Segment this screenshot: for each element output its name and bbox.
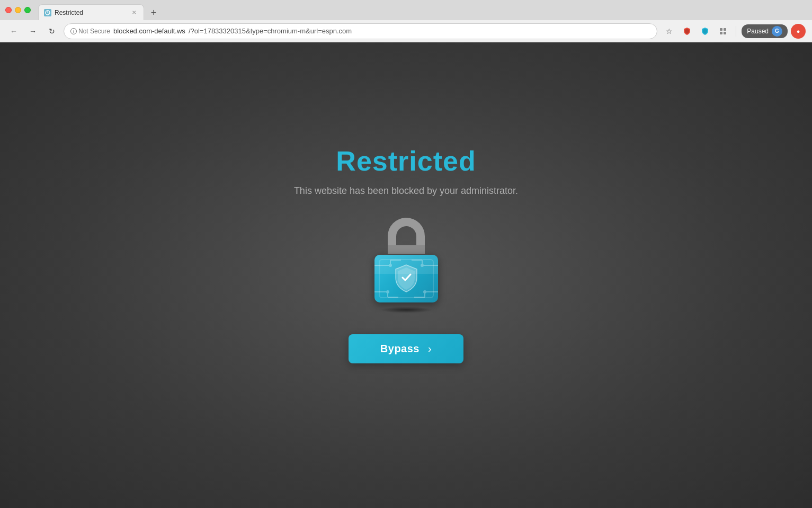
svg-rect-4 [724, 28, 726, 31]
paused-label: Paused [747, 28, 769, 35]
extension-icon-3[interactable] [716, 24, 730, 39]
url-path: /?ol=17833320315&type=chromium-m&url=esp… [189, 27, 352, 35]
nav-right-controls: ☆ [662, 24, 806, 39]
back-button[interactable]: ← [6, 24, 21, 39]
active-tab[interactable]: Restricted ✕ [38, 4, 144, 20]
browser-frame: Restricted ✕ + ← → ↻ i Not Secure [0, 0, 812, 508]
not-secure-icon: i [70, 28, 77, 34]
address-bar[interactable]: i Not Secure blocked.com-default.ws /?ol… [64, 23, 657, 39]
url-domain: blocked.com-default.ws [113, 27, 185, 35]
title-bar: Restricted ✕ + [0, 0, 812, 20]
svg-text:i: i [73, 30, 74, 33]
new-tab-button[interactable]: + [146, 5, 161, 20]
svg-point-19 [389, 264, 392, 267]
shield-extension-icon [683, 27, 691, 35]
navigation-bar: ← → ↻ i Not Secure blocked.com-default.w… [0, 20, 812, 42]
bypass-chevron-icon: › [428, 343, 432, 355]
svg-rect-3 [720, 28, 722, 31]
profile-button[interactable]: ● [791, 24, 806, 39]
lock-illustration [364, 218, 449, 313]
minimize-window-button[interactable] [15, 7, 21, 13]
page-subtitle: This website has been blocked by your ad… [294, 185, 518, 197]
grid-extension-icon [719, 27, 727, 35]
lock-body [374, 255, 438, 302]
forward-button[interactable]: → [25, 24, 40, 39]
shield-inner-icon [393, 264, 420, 293]
lock-shackle [388, 218, 425, 249]
page-title: Restricted [336, 145, 476, 177]
maximize-window-button[interactable] [24, 7, 31, 13]
svg-point-22 [423, 290, 426, 293]
lock-shadow [380, 307, 433, 313]
bypass-button[interactable]: Bypass › [349, 334, 463, 363]
tab-favicon [44, 9, 51, 16]
bypass-button-label: Bypass [380, 343, 420, 355]
bookmark-button[interactable]: ☆ [662, 24, 676, 39]
extension-icon-2[interactable] [698, 24, 712, 39]
refresh-button[interactable]: ↻ [44, 24, 59, 39]
svg-rect-5 [720, 32, 722, 34]
paused-profile-button[interactable]: Paused G [742, 24, 788, 38]
svg-point-20 [421, 264, 424, 267]
nav-divider [736, 26, 736, 37]
extension-icon-1[interactable] [680, 24, 694, 39]
close-window-button[interactable] [5, 7, 12, 13]
page-content: Restricted This website has been blocked… [0, 42, 812, 508]
tab-close-button[interactable]: ✕ [130, 8, 138, 17]
svg-rect-6 [724, 32, 726, 34]
vpn-extension-icon [701, 27, 709, 35]
tab-bar: Restricted ✕ + [38, 0, 161, 20]
tab-title: Restricted [55, 9, 83, 16]
not-secure-badge: i Not Secure [70, 28, 110, 35]
traffic-lights [5, 7, 31, 13]
svg-point-21 [386, 290, 389, 293]
profile-avatar: G [772, 26, 782, 37]
